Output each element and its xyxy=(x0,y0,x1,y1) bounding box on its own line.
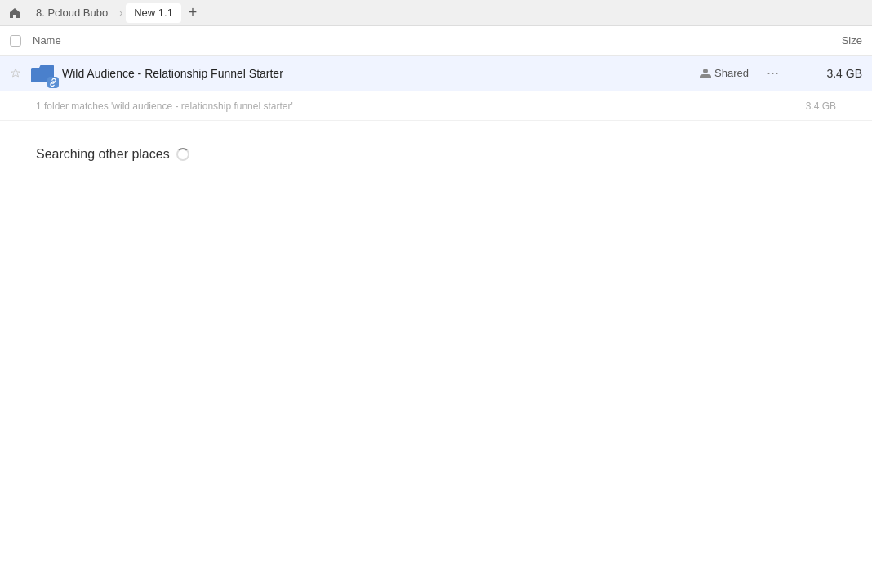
tab-new-1-1[interactable]: New 1.1 xyxy=(126,3,181,23)
home-tab[interactable] xyxy=(3,3,26,23)
summary-size: 3.4 GB xyxy=(771,100,836,112)
name-column-header: Name xyxy=(33,34,797,47)
select-all-checkbox[interactable] xyxy=(10,35,33,47)
summary-text: 1 folder matches 'wild audience - relati… xyxy=(36,100,771,112)
add-tab-button[interactable]: + xyxy=(183,3,202,23)
searching-section: Searching other places xyxy=(0,121,872,175)
more-options-button[interactable]: ··· xyxy=(762,63,784,83)
tab-bar: 8. Pcloud Bubo › New 1.1 + xyxy=(0,0,872,26)
file-size: 3.4 GB xyxy=(797,67,862,80)
file-name: Wild Audience - Relationship Funnel Star… xyxy=(62,67,700,80)
summary-row: 1 folder matches 'wild audience - relati… xyxy=(0,91,872,121)
star-icon[interactable] xyxy=(10,68,26,79)
checkbox-icon xyxy=(10,35,21,47)
tab-chevron: › xyxy=(119,7,122,19)
link-badge-icon xyxy=(47,77,59,88)
file-list-row[interactable]: Wild Audience - Relationship Funnel Star… xyxy=(0,56,872,91)
shared-badge: Shared xyxy=(700,67,749,79)
size-column-header: Size xyxy=(797,34,862,47)
loading-spinner xyxy=(176,148,189,161)
column-headers: Name Size xyxy=(0,26,872,56)
folder-icon xyxy=(29,60,56,87)
tab-pcloud-bubo[interactable]: 8. Pcloud Bubo xyxy=(28,3,116,23)
searching-label: Searching other places xyxy=(36,147,170,162)
